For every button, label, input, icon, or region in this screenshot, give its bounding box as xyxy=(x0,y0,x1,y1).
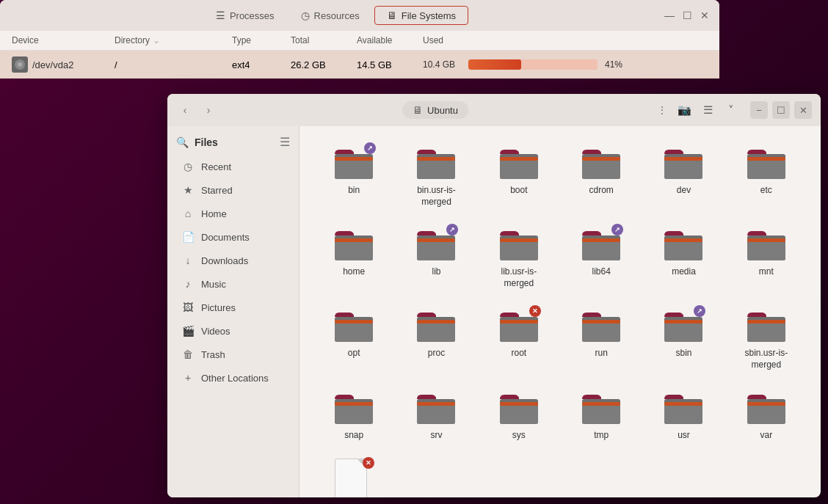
svg-rect-7 xyxy=(417,157,455,161)
folder-name: lib xyxy=(432,266,440,278)
folder-item[interactable]: ✕ root xyxy=(479,301,559,376)
sidebar-item-home-label: Home xyxy=(201,208,227,219)
sidebar-item-downloads-label: Downloads xyxy=(201,255,248,266)
documents-icon: 📄 xyxy=(182,231,194,243)
folder-name: mnt xyxy=(759,266,774,278)
device-name: /dev/vda2 xyxy=(32,59,73,70)
folder-name: sbin.usr-is-merged xyxy=(737,348,796,370)
files-close-button[interactable]: ✕ xyxy=(794,101,812,119)
sm-minimize-button[interactable]: — xyxy=(664,10,675,21)
filesystem-row: /dev/vda2 / ext4 26.2 GB 14.5 GB 10.4 GB… xyxy=(0,51,719,78)
sidebar-item-recent[interactable]: ◷ Recent xyxy=(172,156,294,178)
folder-item[interactable]: etc xyxy=(727,138,806,213)
folder-item[interactable]: ↗ sbin xyxy=(644,301,723,376)
sidebar-item-trash[interactable]: 🗑 Trash xyxy=(172,343,294,365)
downloads-icon: ↓ xyxy=(182,255,194,266)
folder-name: cdrom xyxy=(589,185,613,197)
search-icon[interactable]: 🔍 xyxy=(176,136,189,148)
folder-item[interactable]: boot xyxy=(479,138,559,213)
folder-name: snap xyxy=(344,430,363,442)
tab-filesystems[interactable]: 🖥 File Systems xyxy=(374,6,468,25)
svg-rect-34 xyxy=(664,238,702,242)
sidebar-menu-button[interactable]: ☰ xyxy=(280,135,290,149)
svg-rect-40 xyxy=(335,320,373,324)
col-available-header: Available xyxy=(357,35,423,45)
view-toggle-button[interactable]: ☰ xyxy=(697,100,718,120)
files-maximize-button[interactable]: ☐ xyxy=(772,101,790,119)
folder-name: sys xyxy=(512,430,526,442)
sidebar-item-videos-label: Videos xyxy=(201,326,230,337)
folder-name: boot xyxy=(510,185,527,197)
folder-item[interactable]: ↗ bin xyxy=(314,138,393,213)
folder-item[interactable]: opt xyxy=(314,301,393,376)
sidebar-item-starred[interactable]: ★ Starred xyxy=(172,179,294,201)
forward-button[interactable]: › xyxy=(200,101,217,119)
folder-item[interactable]: home xyxy=(314,219,393,295)
folder-item[interactable]: cdrom xyxy=(562,138,641,213)
folder-item[interactable]: usr xyxy=(644,383,723,448)
folder-item[interactable]: snap xyxy=(314,383,393,448)
sidebar-item-downloads[interactable]: ↓ Downloads xyxy=(172,249,294,271)
folder-name: var xyxy=(760,430,772,442)
sidebar-item-home[interactable]: ⌂ Home xyxy=(172,202,294,224)
location-bar: 🖥 Ubuntu xyxy=(223,101,647,119)
folder-item[interactable]: bin.usr-is-merged xyxy=(396,138,476,213)
sidebar-item-pictures[interactable]: 🖼 Pictures xyxy=(172,296,294,318)
location-pill[interactable]: 🖥 Ubuntu xyxy=(402,101,468,119)
tab-filesystems-label: File Systems xyxy=(402,10,456,21)
folder-item[interactable]: sbin.usr-is-merged xyxy=(727,301,806,376)
system-monitor-window: ☰ Processes ◷ Resources 🖥 File Systems —… xyxy=(0,0,719,78)
folder-item[interactable]: lib.usr-is-merged xyxy=(479,219,559,295)
sidebar-item-starred-label: Starred xyxy=(201,185,233,196)
folder-item[interactable]: run xyxy=(562,301,641,376)
svg-rect-37 xyxy=(747,238,785,242)
sm-maximize-button[interactable]: ☐ xyxy=(681,10,693,21)
sm-window-controls: — ☐ ✕ xyxy=(664,10,711,21)
svg-rect-49 xyxy=(582,320,620,324)
folder-name: root xyxy=(511,348,526,359)
progress-bar-fill xyxy=(468,59,521,70)
disk-icon xyxy=(12,56,28,73)
files-titlebar: ‹ › 🖥 Ubuntu ⋮ 📷 ☰ ˅ − ☐ ✕ xyxy=(167,94,821,126)
svg-rect-16 xyxy=(664,157,702,161)
device-cell: /dev/vda2 xyxy=(12,56,115,73)
more-options-button[interactable]: ⋮ xyxy=(653,101,671,119)
folder-item[interactable]: srv xyxy=(396,383,476,448)
tab-resources[interactable]: ◷ Resources xyxy=(289,7,371,24)
folder-item[interactable]: media xyxy=(644,219,723,295)
folder-item[interactable]: proc xyxy=(396,301,476,376)
svg-rect-25 xyxy=(417,238,455,242)
folder-item[interactable]: var xyxy=(727,383,806,448)
sidebar-item-documents[interactable]: 📄 Documents xyxy=(172,226,294,248)
sidebar-item-music-label: Music xyxy=(201,279,226,290)
sidebar-item-videos[interactable]: 🎬 Videos xyxy=(172,320,294,342)
files-minimize-button[interactable]: − xyxy=(750,101,768,119)
back-button[interactable]: ‹ xyxy=(176,101,194,119)
sidebar-item-music[interactable]: ♪ Music xyxy=(172,273,294,295)
new-folder-button[interactable]: 📷 xyxy=(674,100,694,120)
tab-processes[interactable]: ☰ Processes xyxy=(204,7,286,24)
folder-item[interactable]: tmp xyxy=(562,383,641,448)
folder-name: bin.usr-is-merged xyxy=(407,185,465,208)
folder-item[interactable]: dev xyxy=(644,138,723,213)
svg-rect-52 xyxy=(664,320,702,324)
sort-button[interactable]: ˅ xyxy=(721,100,741,120)
sidebar-item-other-locations[interactable]: + Other Locations xyxy=(172,367,294,389)
files-grid: ↗ bin bin.usr-is-merged xyxy=(299,126,821,497)
system-monitor-titlebar: ☰ Processes ◷ Resources 🖥 File Systems —… xyxy=(0,0,719,31)
other-locations-icon: + xyxy=(182,372,194,384)
sidebar-item-pictures-label: Pictures xyxy=(201,302,236,313)
folder-item[interactable]: mnt xyxy=(727,219,806,295)
svg-rect-13 xyxy=(582,157,620,161)
folder-name: opt xyxy=(348,348,360,359)
location-icon: 🖥 xyxy=(413,104,423,116)
svg-rect-55 xyxy=(747,320,785,324)
folder-name: srv xyxy=(430,430,442,442)
usage-percent: 41% xyxy=(605,59,628,70)
folder-item[interactable]: ↗ lib xyxy=(396,219,476,295)
folder-item[interactable]: ↗ lib64 xyxy=(562,219,641,295)
folder-item[interactable]: sys xyxy=(479,383,559,448)
sm-close-button[interactable]: ✕ xyxy=(699,10,711,21)
file-item[interactable]: ✕ swap.img xyxy=(314,453,393,497)
col-used-header: Used xyxy=(423,35,628,45)
